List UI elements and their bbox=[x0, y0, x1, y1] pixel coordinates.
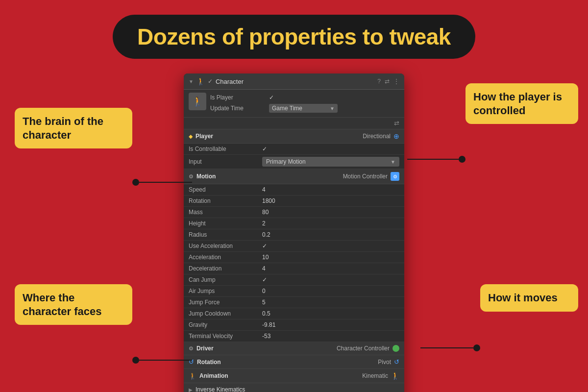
prop-use-acceleration-label: Use Acceleration bbox=[189, 243, 262, 249]
driver-section-label: Driver bbox=[196, 345, 337, 352]
driver-section-icon: ⚙ bbox=[189, 345, 194, 352]
driver-green-dot-icon bbox=[392, 345, 399, 352]
motion-controller-icon[interactable]: ⚙ bbox=[391, 172, 399, 181]
char-avatar: 🚶 bbox=[189, 93, 206, 110]
prop-jump-force-label: Jump Force bbox=[189, 299, 262, 306]
main-area: The brain of the character How the playe… bbox=[0, 69, 588, 392]
prop-height-value: 2 bbox=[262, 220, 266, 227]
prop-jump-cooldown-label: Jump Cooldown bbox=[189, 310, 262, 317]
prop-jump-cooldown: Jump Cooldown 0.5 bbox=[184, 308, 404, 319]
connector-line-moves bbox=[420, 347, 473, 348]
player-section-right: Directional ⊕ bbox=[363, 132, 399, 140]
prop-jump-cooldown-value: 0.5 bbox=[262, 310, 270, 317]
prop-speed-label: Speed bbox=[189, 186, 262, 193]
player-link-icon[interactable]: ⊕ bbox=[393, 132, 399, 140]
driver-section-header: ⚙ Driver Character Controller bbox=[184, 342, 404, 355]
rotation-section-header: ↺ Rotation Pivot ↺ bbox=[184, 355, 404, 369]
panel-header-actions: ? ⇄ ⋮ bbox=[377, 78, 399, 85]
prop-rotation: Rotation 1800 bbox=[184, 196, 404, 207]
connector-line-faces bbox=[139, 360, 192, 361]
connector-dot-player bbox=[459, 156, 466, 163]
update-time-label: Update Time bbox=[210, 105, 269, 112]
annotation-faces: Where the character faces bbox=[15, 284, 132, 325]
panel-header: ▼ 🚶 ✓ Character ? ⇄ ⋮ bbox=[184, 74, 404, 90]
prop-use-acceleration-value: ✓ bbox=[262, 243, 267, 249]
panel-title: Character bbox=[216, 78, 374, 85]
driver-section-right: Character Controller bbox=[337, 345, 399, 352]
more-icon[interactable]: ⋮ bbox=[393, 78, 399, 85]
prop-mass-label: Mass bbox=[189, 209, 262, 216]
help-icon[interactable]: ? bbox=[377, 78, 381, 85]
prop-acceleration: Acceleration 10 bbox=[184, 252, 404, 263]
enabled-check: ✓ bbox=[208, 78, 213, 85]
annotation-moves: How it moves bbox=[480, 284, 578, 312]
animation-link-icon[interactable]: 🚶 bbox=[391, 372, 399, 380]
prop-gravity-value: -9.81 bbox=[262, 321, 275, 328]
prop-height-label: Height bbox=[189, 220, 262, 227]
is-player-value: ✓ bbox=[269, 94, 274, 101]
update-time-row: Update Time Game Time ▼ bbox=[210, 102, 399, 114]
input-dropdown-arrow-icon: ▼ bbox=[391, 159, 395, 165]
prop-deceleration: Deceleration 4 bbox=[184, 263, 404, 274]
is-controllable-label: Is Controllable bbox=[189, 146, 262, 152]
update-time-dropdown[interactable]: Game Time ▼ bbox=[269, 104, 338, 113]
prop-radius: Radius 0.2 bbox=[184, 229, 404, 241]
prop-deceleration-value: 4 bbox=[262, 265, 266, 272]
is-controllable-value: ✓ bbox=[262, 146, 267, 152]
connector-player bbox=[407, 156, 466, 163]
input-label: Input bbox=[189, 158, 262, 165]
connector-dot-moves bbox=[473, 344, 480, 351]
prop-can-jump: Can Jump ✓ bbox=[184, 274, 404, 286]
dropdown-arrow-icon: ▼ bbox=[330, 106, 335, 111]
character-icon: 🚶 bbox=[196, 77, 205, 85]
prop-rotation-label: Rotation bbox=[189, 197, 262, 204]
annotation-player-controlled: How the player is controlled bbox=[466, 83, 578, 124]
ik-label: Inverse Kinematics bbox=[196, 386, 245, 392]
prop-gravity-label: Gravity bbox=[189, 321, 262, 328]
is-player-label: Is Player bbox=[210, 94, 269, 101]
prop-acceleration-value: 10 bbox=[262, 254, 269, 261]
input-dropdown[interactable]: Primary Motion ▼ bbox=[262, 157, 399, 167]
char-basic-props: Is Player ✓ Update Time Game Time ▼ bbox=[210, 93, 399, 114]
title-container: Dozens of properties to tweak bbox=[0, 0, 588, 59]
prop-speed: Speed 4 bbox=[184, 184, 404, 196]
prop-jump-force-value: 5 bbox=[262, 299, 266, 306]
player-section-header: ◆ Player Directional ⊕ bbox=[184, 129, 404, 144]
settings-icon[interactable]: ⇄ bbox=[385, 78, 390, 85]
prop-radius-label: Radius bbox=[189, 231, 262, 238]
annotation-brain: The brain of the character bbox=[15, 108, 132, 148]
character-icon-row: 🚶 Is Player ✓ Update Time Game Time ▼ bbox=[184, 90, 404, 117]
prop-jump-force: Jump Force 5 bbox=[184, 297, 404, 308]
rotation-link-icon[interactable]: ↺ bbox=[394, 358, 399, 366]
motion-section-right: Motion Controller ⚙ bbox=[343, 172, 399, 181]
filter-icon[interactable]: ⇄ bbox=[394, 120, 399, 127]
connector-brain bbox=[132, 179, 192, 186]
animation-section-header: 🚶 Animation Kinematic 🚶 bbox=[184, 369, 404, 383]
animation-section-icon: 🚶 bbox=[189, 372, 196, 380]
filter-bar: ⇄ bbox=[184, 117, 404, 129]
prop-deceleration-label: Deceleration bbox=[189, 265, 262, 272]
input-row: Input Primary Motion ▼ bbox=[184, 155, 404, 169]
prop-terminal-velocity-label: Terminal Velocity bbox=[189, 333, 262, 340]
prop-radius-value: 0.2 bbox=[262, 231, 270, 238]
rotation-section-right: Pivot ↺ bbox=[378, 358, 399, 366]
inverse-kinematics-row[interactable]: ▶ Inverse Kinematics bbox=[184, 383, 404, 392]
page-title: Dozens of properties to tweak bbox=[137, 24, 451, 49]
animation-section-label: Animation bbox=[199, 372, 362, 379]
prop-air-jumps-label: Air Jumps bbox=[189, 288, 262, 294]
prop-terminal-velocity-value: -53 bbox=[262, 333, 270, 340]
ik-arrow-icon: ▶ bbox=[189, 387, 193, 392]
prop-can-jump-value: ✓ bbox=[262, 276, 267, 283]
collapse-arrow-icon: ▼ bbox=[189, 79, 194, 84]
connector-faces bbox=[132, 357, 192, 364]
connector-line-player bbox=[407, 159, 459, 160]
motion-section-label: Motion bbox=[196, 173, 343, 180]
player-section-icon: ◆ bbox=[189, 133, 193, 140]
prop-gravity: Gravity -9.81 bbox=[184, 319, 404, 331]
prop-height: Height 2 bbox=[184, 218, 404, 229]
prop-mass-value: 80 bbox=[262, 209, 269, 216]
prop-mass: Mass 80 bbox=[184, 207, 404, 218]
motion-props-list: Speed 4 Rotation 1800 Mass 80 Height 2 R… bbox=[184, 184, 404, 342]
connector-dot-brain bbox=[132, 179, 139, 186]
is-controllable-row: Is Controllable ✓ bbox=[184, 144, 404, 155]
